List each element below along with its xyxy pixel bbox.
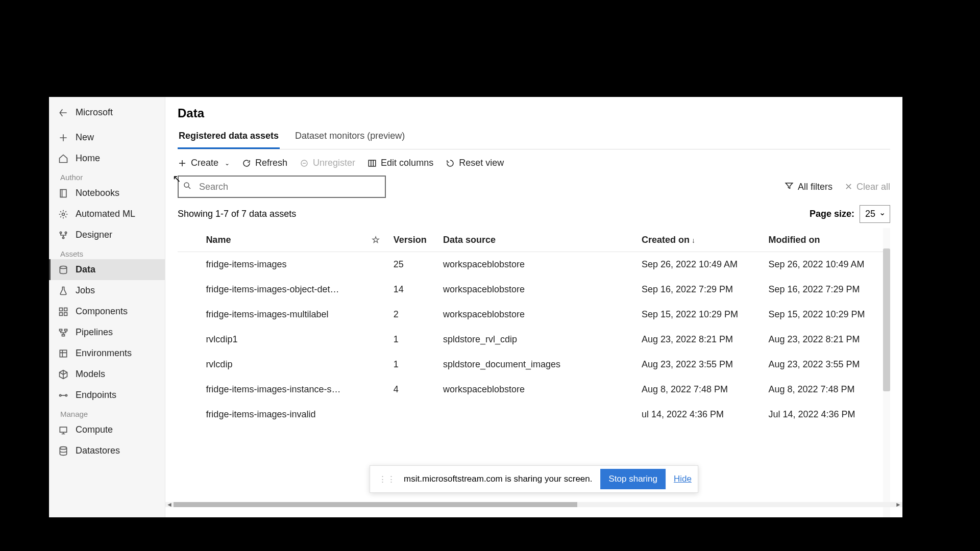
svg-rect-7 [64,308,67,311]
row-created: Sep 26, 2022 10:49 AM [636,252,764,278]
edit-columns-button[interactable]: Edit columns [368,158,433,168]
sidebar-automl[interactable]: Automated ML [49,204,165,224]
reset-view-label: Reset view [459,158,504,168]
vertical-scrollbar[interactable] [883,228,890,517]
unregister-label: Unregister [313,158,355,168]
sidebar-components[interactable]: Components [49,301,165,322]
col-name[interactable]: Name [201,228,366,252]
row-source[interactable]: spldstore_rvl_cdip [438,327,636,352]
designer-icon [58,230,68,240]
create-label: Create [191,158,218,168]
row-name[interactable]: rvlcdip [201,352,366,377]
svg-rect-11 [65,329,67,331]
table-row[interactable]: rvlcdip11spldstore_rvl_cdipAug 23, 2022 … [178,327,890,352]
row-version [388,402,438,427]
svg-rect-6 [60,308,63,311]
row-source[interactable]: workspaceblobstore [438,252,636,278]
row-checkbox[interactable] [178,352,201,377]
sidebar-notebooks[interactable]: Notebooks [49,183,165,204]
sidebar-designer[interactable]: Designer [49,224,165,245]
row-source[interactable]: workspaceblobstore [438,377,636,402]
sidebar-jobs[interactable]: Jobs [49,280,165,301]
reset-view-button[interactable]: Reset view [446,158,504,168]
sidebar-pipelines[interactable]: Pipelines [49,322,165,343]
row-favorite[interactable] [366,302,388,327]
row-checkbox[interactable] [178,277,201,302]
row-name[interactable]: fridge-items-images-instance-s… [201,377,366,402]
tab-monitors[interactable]: Dataset monitors (preview) [294,126,406,149]
sidebar-environments[interactable]: Environments [49,343,165,364]
col-checkbox[interactable] [178,228,201,252]
table-row[interactable]: fridge-items-images-multilabel2workspace… [178,302,890,327]
row-name[interactable]: fridge-items-images-invalid [201,402,366,427]
tab-registered[interactable]: Registered data assets [178,126,280,149]
svg-point-4 [62,237,64,238]
hide-share-button[interactable]: Hide [674,474,692,484]
row-source[interactable]: workspaceblobstore [438,302,636,327]
vertical-scrollbar-thumb[interactable] [883,248,890,391]
row-name[interactable]: fridge-items-images [201,252,366,278]
create-button[interactable]: Create ⌄ [178,158,230,168]
table-row[interactable]: fridge-items-images25workspaceblobstoreS… [178,252,890,278]
row-favorite[interactable] [366,352,388,377]
row-favorite[interactable] [366,252,388,278]
sidebar-compute[interactable]: Compute [49,419,165,440]
row-source[interactable]: spldstore_document_images [438,352,636,377]
filter-icon [785,181,794,193]
row-version: 25 [388,252,438,278]
row-checkbox[interactable] [178,402,201,427]
all-filters-button[interactable]: All filters [785,181,832,193]
page-title: Data [178,106,890,120]
row-checkbox[interactable] [178,302,201,327]
svg-point-5 [60,266,66,268]
search-wrap: ↖ [178,176,386,198]
refresh-button[interactable]: Refresh [242,158,287,168]
table-row[interactable]: fridge-items-images-invalidul 14, 2022 4… [178,402,890,427]
sidebar-datastores[interactable]: Datastores [49,440,165,461]
sidebar-models[interactable]: Models [49,364,165,385]
sidebar-home[interactable]: Home [49,148,165,169]
col-created[interactable]: Created on↓ [636,228,764,252]
row-source[interactable]: workspaceblobstore [438,277,636,302]
row-favorite[interactable] [366,327,388,352]
page-size-select[interactable]: 25 [860,205,890,223]
row-favorite[interactable] [366,377,388,402]
scroll-left-icon[interactable]: ◄ [165,501,174,508]
hscroll-track[interactable] [174,502,894,507]
table-row[interactable]: fridge-items-images-object-det…14workspa… [178,277,890,302]
horizontal-scrollbar[interactable]: ◄ ► [165,502,902,507]
row-checkbox[interactable] [178,327,201,352]
scroll-right-icon[interactable]: ► [894,501,902,508]
horizontal-scrollbar-thumb[interactable] [174,502,577,507]
table-row[interactable]: fridge-items-images-instance-s…4workspac… [178,377,890,402]
sidebar-new[interactable]: New [49,127,165,148]
row-name[interactable]: fridge-items-images-object-det… [201,277,366,302]
row-name[interactable]: fridge-items-images-multilabel [201,302,366,327]
row-checkbox[interactable] [178,377,201,402]
table-row[interactable]: rvlcdip1spldstore_document_imagesAug 23,… [178,352,890,377]
drag-handle-icon[interactable]: ⋮⋮ [378,474,396,485]
col-source[interactable]: Data source [438,228,636,252]
row-checkbox[interactable] [178,252,201,278]
svg-point-17 [60,446,66,449]
row-name[interactable]: rvlcdip1 [201,327,366,352]
app-frame: Microsoft New Home Author Notebooks Auto… [49,97,902,517]
stop-sharing-button[interactable]: Stop sharing [600,469,665,489]
col-modified[interactable]: Modified on [763,228,890,252]
clear-all-button[interactable]: ✕ Clear all [845,181,890,192]
row-favorite[interactable] [366,277,388,302]
sidebar-back-microsoft[interactable]: Microsoft [49,102,165,123]
sidebar-data[interactable]: Data [49,259,165,280]
sidebar-endpoints-label: Endpoints [76,390,116,400]
unregister-button: Unregister [300,158,355,168]
search-input[interactable] [178,176,386,198]
col-favorite[interactable]: ☆ [366,228,388,252]
row-source[interactable] [438,402,636,427]
all-filters-label: All filters [798,182,832,192]
svg-rect-9 [64,312,67,315]
row-favorite[interactable] [366,402,388,427]
sidebar-endpoints[interactable]: Endpoints [49,385,165,406]
row-created: Aug 23, 2022 8:21 PM [636,327,764,352]
svg-rect-12 [62,334,65,336]
col-version[interactable]: Version [388,228,438,252]
